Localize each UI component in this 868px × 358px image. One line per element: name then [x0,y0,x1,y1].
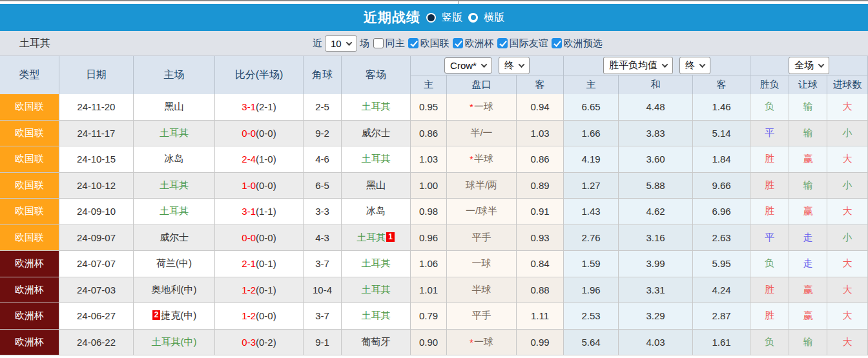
match-score[interactable]: 1-2(0-1) [215,277,304,304]
odds-provider-value: Crow* [450,60,477,71]
filter-checkbox-欧洲预选[interactable] [552,38,562,48]
filter-checkbox-国际友谊[interactable] [497,38,508,48]
match-date: 24-06-22 [59,330,134,356]
away-team-name: 黑山 [366,179,386,192]
match-score[interactable]: 3-1(1-1) [215,199,304,225]
away-team[interactable]: 黑山 [342,173,411,199]
subcol-line: 盘口 [447,75,517,95]
result-goals-text: 大 [843,153,852,165]
odds-provider-select[interactable]: Crow* [444,57,492,74]
home-team[interactable]: 土耳其 [134,121,215,147]
mean-away: 4.24 [693,277,750,304]
scope-value: 全场 [794,59,814,72]
handicap-line: *半球 [447,146,517,173]
home-team[interactable]: 奥地利(中) [134,277,215,304]
home-team-name: 土耳其(中) [152,336,197,348]
mean-draw: 3.60 [619,146,693,173]
mean-home: 2.53 [564,303,619,330]
fulltime-score: 2-1 [242,258,256,269]
handicap-line: *一球 [447,330,517,356]
match-score[interactable]: 0-0(0-0) [215,121,304,147]
mean-time-select[interactable]: 终 [679,57,710,74]
horizontal-layout-label[interactable]: 横版 [484,11,504,25]
home-team[interactable]: 土耳其 [134,173,215,199]
vertical-layout-label[interactable]: 竖版 [442,11,462,25]
table-header: 类型 日期 主场 比分(半场) 角球 客场 Crow* 终 胜平负均值 [0,55,868,94]
match-date: 24-06-27 [59,303,134,330]
mean-home: 1.27 [564,173,619,199]
handicap-line-text: 一/球半 [466,205,497,217]
col-header-corners: 角球 [304,56,342,95]
mean-home: 2.76 [564,225,619,252]
away-team-name: 冰岛 [366,205,386,217]
away-team[interactable]: 土耳其 [342,94,411,121]
result-wdl: 胜 [750,277,789,304]
match-row: 欧国联24-11-17土耳其0-0(0-0)9-2威尔士0.86半/一1.031… [0,121,868,147]
filter-checkbox-label: 欧洲杯 [465,37,494,50]
away-team[interactable]: 土耳其 [342,303,411,330]
mean-type-select[interactable]: 胜平负均值 [603,57,673,74]
home-team[interactable]: 土耳其(中) [134,330,215,356]
result-goals-text: 大 [843,310,852,322]
fulltime-score: 0-0 [242,232,256,243]
away-team[interactable]: 土耳其 [342,251,411,277]
scope-select[interactable]: 全场 [789,57,829,74]
match-score[interactable]: 0-0(0-0) [215,225,304,252]
near-count-value: 10 [331,38,342,49]
odds-time-select[interactable]: 终 [499,57,530,74]
mean-away: 6.96 [693,199,750,225]
match-row: 欧洲杯24-06-22土耳其(中)0-3(0-2)9-1葡萄牙0.90*一球0.… [0,330,868,356]
scope-group: 全场 [750,56,868,75]
away-team-name: 威尔士 [362,127,391,139]
filter-checkbox-欧洲杯[interactable] [453,38,463,48]
home-team[interactable]: 威尔士 [134,225,215,252]
away-team[interactable]: 土耳其 [342,146,411,173]
home-team-name: 土耳其 [160,127,189,139]
match-type-badge: 欧国联 [0,94,59,121]
away-team[interactable]: 威尔士 [342,121,411,147]
match-type-badge: 欧洲杯 [0,330,59,356]
horizontal-layout-radio[interactable] [468,13,478,23]
match-type-badge: 欧国联 [0,146,59,173]
away-team[interactable]: 土耳其 [342,277,411,304]
away-team[interactable]: 冰岛 [342,199,411,225]
result-wdl: 负 [750,330,789,356]
home-team[interactable]: 冰岛 [134,146,215,173]
col-header-score: 比分(半场) [215,56,304,95]
match-score[interactable]: 0-3(0-2) [215,330,304,356]
away-team[interactable]: 土耳其1 [342,225,411,252]
handicap-line: 半/一 [447,121,517,147]
mean-home: 6.65 [564,94,619,121]
match-type-badge: 欧国联 [0,121,59,147]
filter-checkbox-欧国联[interactable] [408,38,418,48]
match-row: 欧洲杯24-07-07荷兰(中)2-1(0-1)3-7土耳其1.06一球0.84… [0,251,868,277]
subcol-result-goals: 进球数 [827,75,868,95]
home-team[interactable]: 黑山 [134,94,215,121]
halftime-score: (1-1) [256,206,276,217]
near-count-select[interactable]: 10 [325,35,357,52]
match-score[interactable]: 3-1(2-1) [215,94,304,121]
filter-checkbox-同主[interactable] [373,38,384,48]
recent-results-panel: 近期战绩 竖版 横版 土耳其 近 10 场 同主欧国联欧洲杯国际友谊欧洲预选 类… [0,0,868,358]
result-goals: 小 [827,225,868,252]
mean-draw: 3.29 [619,303,693,330]
home-team-name: 奥地利(中) [152,284,197,296]
home-team-name: 土耳其 [160,179,189,192]
match-date: 24-11-20 [59,94,134,121]
result-goals-text: 大 [843,284,852,296]
vertical-layout-radio[interactable] [426,13,436,23]
corners: 10-4 [304,277,342,304]
result-handicap-text: 输 [803,101,813,113]
match-score[interactable]: 1-2(0-0) [215,303,304,330]
near-label: 近 [313,37,322,50]
match-score[interactable]: 2-1(0-1) [215,251,304,277]
home-team[interactable]: 2捷克(中) [134,303,215,330]
mean-draw: 4.48 [619,94,693,121]
match-score[interactable]: 2-4(1-0) [215,146,304,173]
home-team[interactable]: 土耳其 [134,199,215,225]
home-team[interactable]: 荷兰(中) [134,251,215,277]
away-team[interactable]: 葡萄牙 [342,330,411,356]
chevron-down-icon [699,61,706,68]
result-handicap: 赢 [789,146,827,173]
match-score[interactable]: 1-0(0-0) [215,173,304,199]
